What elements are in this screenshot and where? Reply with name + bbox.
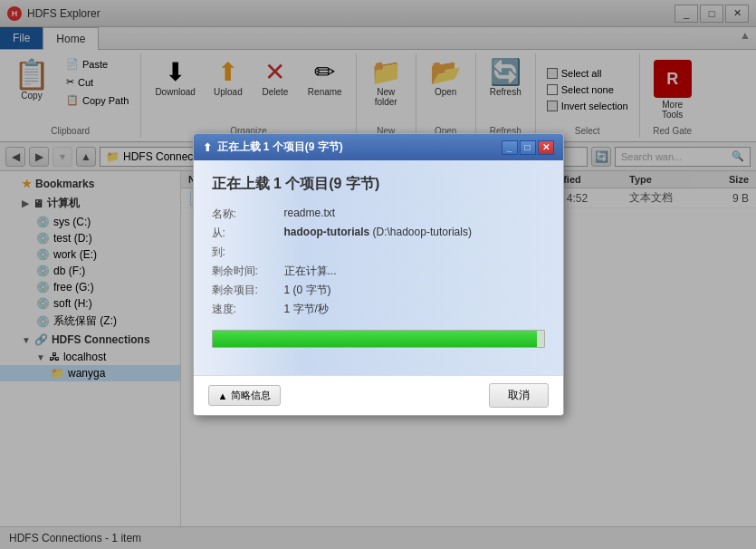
modal-speed-label: 速度: bbox=[212, 302, 284, 317]
modal-from-row: 从: hadoop-tutorials (D:\hadoop-tutorials… bbox=[212, 226, 545, 241]
modal-items-value: 1 (0 字节) bbox=[284, 283, 331, 298]
progress-bar-fill bbox=[213, 331, 538, 347]
modal-to-row: 到: bbox=[212, 245, 545, 260]
modal-name-row: 名称: readme.txt bbox=[212, 207, 545, 222]
modal-time-label: 剩余时间: bbox=[212, 264, 284, 279]
modal-title-text: 正在上载 1 个项目(9 字节) bbox=[217, 140, 343, 155]
modal-from-value: hadoop-tutorials (D:\hadoop-tutorials) bbox=[284, 226, 472, 241]
modal-speed-value: 1 字节/秒 bbox=[284, 302, 329, 317]
modal-from-path: (D:\hadoop-tutorials) bbox=[373, 226, 472, 238]
modal-name-label: 名称: bbox=[212, 207, 284, 222]
modal-controls: _ □ ✕ bbox=[502, 140, 554, 155]
modal-title-icon: ⬆ bbox=[203, 141, 212, 154]
modal-overlay: ⬆ 正在上载 1 个项目(9 字节) _ □ ✕ 正在上载 1 个项目(9 字节… bbox=[0, 0, 756, 549]
modal-from-label: 从: bbox=[212, 226, 284, 241]
modal-close-btn[interactable]: ✕ bbox=[538, 140, 554, 155]
modal-body-title: 正在上载 1 个项目(9 字节) bbox=[212, 175, 545, 194]
modal-body: 正在上载 1 个项目(9 字节) 名称: readme.txt 从: hadoo… bbox=[194, 160, 563, 375]
modal-maximize-btn[interactable]: □ bbox=[520, 140, 536, 155]
modal-speed-row: 速度: 1 字节/秒 bbox=[212, 302, 545, 317]
detail-chevron-icon: ▲ bbox=[218, 390, 228, 401]
modal-footer: ▲ 简略信息 取消 bbox=[194, 375, 563, 415]
progress-bar-container bbox=[212, 330, 545, 348]
modal-time-row: 剩余时间: 正在计算... bbox=[212, 264, 545, 279]
modal-time-value: 正在计算... bbox=[284, 264, 337, 279]
detail-btn-label: 简略信息 bbox=[231, 389, 271, 402]
modal-minimize-btn[interactable]: _ bbox=[502, 140, 518, 155]
upload-modal: ⬆ 正在上载 1 个项目(9 字节) _ □ ✕ 正在上载 1 个项目(9 字节… bbox=[193, 133, 564, 416]
modal-name-value: readme.txt bbox=[284, 207, 336, 222]
modal-to-label: 到: bbox=[212, 245, 284, 260]
modal-title-area: ⬆ 正在上载 1 个项目(9 字节) bbox=[203, 140, 343, 155]
modal-items-row: 剩余项目: 1 (0 字节) bbox=[212, 283, 545, 298]
modal-cancel-button[interactable]: 取消 bbox=[489, 383, 549, 408]
modal-titlebar: ⬆ 正在上载 1 个项目(9 字节) _ □ ✕ bbox=[194, 134, 563, 160]
modal-from-bold: hadoop-tutorials bbox=[284, 226, 370, 238]
modal-items-label: 剩余项目: bbox=[212, 283, 284, 298]
modal-detail-button[interactable]: ▲ 简略信息 bbox=[208, 385, 282, 406]
